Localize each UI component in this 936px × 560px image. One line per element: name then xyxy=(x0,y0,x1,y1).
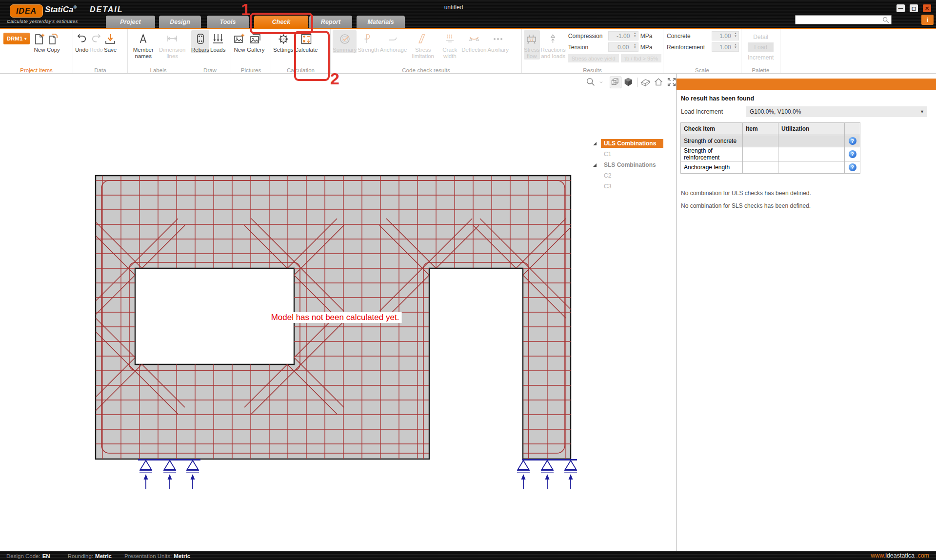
redo-icon xyxy=(90,33,102,45)
no-result-message: No result has been found xyxy=(681,95,754,102)
tree-item-sls-combinations[interactable]: SLS Combinations xyxy=(591,160,663,170)
solid-cube-icon xyxy=(623,76,635,89)
panel-note: No combination for SLS checks has been d… xyxy=(681,202,811,209)
stress-flow-icon xyxy=(525,33,538,45)
tab-report[interactable]: Report xyxy=(309,16,352,28)
chevron-down-button[interactable] xyxy=(598,77,604,88)
dots-icon xyxy=(492,33,504,45)
tension-field: Tension 0.00▲▼ MPa xyxy=(568,42,663,52)
ribbon-group-draw: Rebars LoadsDraw xyxy=(189,29,231,73)
chevron-down-icon: ▼ xyxy=(920,109,924,114)
model-canvas[interactable]: Model has not been calculated yet. ULS C… xyxy=(0,74,676,551)
tab-project[interactable]: Project xyxy=(106,16,155,28)
info-button[interactable]: i xyxy=(921,15,934,25)
ribbon-group-data: Undo Redo SaveData xyxy=(73,29,128,73)
anchorage-icon xyxy=(387,33,400,45)
reinforcement-input[interactable]: 1.00▲▼ xyxy=(712,42,739,52)
column-header: Item xyxy=(743,123,778,135)
undo-icon xyxy=(76,33,88,45)
tension-input[interactable]: 0.00▲▼ xyxy=(608,42,638,52)
clip-prism-button[interactable] xyxy=(640,77,652,88)
annotation-number-1: 1 xyxy=(241,1,250,18)
minimize-button[interactable]: — xyxy=(896,4,905,12)
search-input[interactable] xyxy=(795,15,892,24)
rebars-button[interactable]: Rebars xyxy=(191,30,209,53)
redo-button: Redo xyxy=(90,30,103,53)
auxiliary-button: Auxiliary xyxy=(487,30,508,53)
gallery-button[interactable]: Gallery xyxy=(247,30,264,53)
load-increment-label: Load increment xyxy=(681,108,723,115)
stress-flow-button: Stress flow xyxy=(524,30,540,60)
copy-button[interactable]: Copy xyxy=(47,30,60,53)
new-button[interactable]: New xyxy=(33,30,46,53)
panel-note: No combination for ULS checks has been d… xyxy=(681,190,811,197)
supports xyxy=(138,460,577,490)
zoom-button[interactable] xyxy=(585,77,597,88)
clip-prism-icon xyxy=(640,76,652,89)
strength-icon xyxy=(362,33,375,45)
status-item: Rounding:Metric xyxy=(68,551,112,560)
svg-text:</>: </> xyxy=(280,38,286,41)
dimension-lines-button: Dimension lines xyxy=(158,30,187,60)
reactions-icon xyxy=(547,33,559,45)
tree-item-c2[interactable]: C2 xyxy=(591,170,663,181)
palette-increment: Increment xyxy=(748,53,774,62)
stress-limitation-button: Stress limitation xyxy=(408,30,438,60)
project-item-dropdown[interactable]: DRM1▾ xyxy=(3,33,30,44)
ribbon-group-labels: Member names Dimension linesLabels xyxy=(128,29,189,73)
reactions-and-loads-button: Reactions and loads xyxy=(541,30,566,60)
stress-limit-icon xyxy=(417,33,429,45)
status-item: Design Code:EN xyxy=(6,551,50,560)
tree-expander-icon[interactable] xyxy=(591,161,598,168)
settings-button[interactable]: </>Settings xyxy=(273,30,294,53)
toolbar-separator xyxy=(637,78,637,87)
ribbon-group-project-items: DRM1▾ New CopyProject items xyxy=(0,29,73,73)
deflection-button: Deflection xyxy=(461,30,486,53)
maximize-button[interactable]: ▢ xyxy=(910,4,918,12)
help-icon[interactable]: ? xyxy=(849,137,856,145)
-b-fbd-95--button: τb / fbd > 95% xyxy=(621,54,661,62)
tab-design[interactable]: Design xyxy=(159,16,201,28)
calculate-button[interactable]: Calculate xyxy=(295,30,318,53)
tab-check[interactable]: Check xyxy=(254,16,308,28)
status-item: Presentation Units:Metric xyxy=(124,551,190,560)
panel-accent-bar xyxy=(677,79,936,90)
new-button[interactable]: New xyxy=(233,30,246,53)
help-icon[interactable]: ? xyxy=(849,150,856,158)
tab-materials[interactable]: Materials xyxy=(357,16,405,28)
search-icon xyxy=(882,17,889,23)
ribbon-group-scale: Concrete 1.00▲▼ Reinforcement 1.00▲▼ Sca… xyxy=(663,29,741,73)
tree-expander-icon[interactable] xyxy=(591,140,598,147)
table-row: Strength of concrete ? xyxy=(681,135,860,147)
save-button[interactable]: Save xyxy=(104,30,117,53)
copy-icon xyxy=(47,33,60,45)
solid-cube-button[interactable] xyxy=(623,77,635,88)
stress-above-yield-button: Stress above yield xyxy=(568,54,619,62)
home-button[interactable] xyxy=(653,77,665,88)
close-button[interactable]: ✕ xyxy=(923,4,931,12)
tree-item-c3[interactable]: C3 xyxy=(591,181,663,192)
fit-view-icon xyxy=(666,76,676,89)
loads-icon xyxy=(212,33,224,45)
concrete-field: Concrete 1.00▲▼ xyxy=(667,31,739,41)
title-bar: IDEA StatiCa® DETAIL Calculate yesterday… xyxy=(0,0,936,28)
check-results-table: Check itemItemUtilization Strength of co… xyxy=(680,122,860,174)
results-panel: No result has been found Load increment … xyxy=(676,74,936,551)
fit-view-button[interactable] xyxy=(666,77,676,88)
compression-input[interactable]: -1.00▲▼ xyxy=(608,31,638,40)
loads-button[interactable]: Loads xyxy=(210,30,225,53)
status-items: Design Code:EN Rounding:Metric Presentat… xyxy=(0,551,190,560)
toolbar-separator xyxy=(607,78,607,87)
ribbon-group-results: Stress flow Reactions and loads Compress… xyxy=(522,29,663,73)
help-icon[interactable]: ? xyxy=(849,163,856,171)
save-icon xyxy=(104,33,117,45)
strength-button: Strength xyxy=(358,30,378,53)
member-names-button[interactable]: Member names xyxy=(130,30,157,60)
concrete-input[interactable]: 1.00▲▼ xyxy=(712,31,739,40)
tree-item-uls-combinations[interactable]: ULS Combinations xyxy=(591,138,663,149)
wire-cube-button[interactable] xyxy=(610,77,621,88)
website-link[interactable]: www.ideastatica.com xyxy=(871,551,929,560)
undo-button[interactable]: Undo xyxy=(75,30,89,53)
tree-item-c1[interactable]: C1 xyxy=(591,149,663,160)
load-increment-dropdown[interactable]: G100.0%, V100.0% ▼ xyxy=(746,106,927,117)
